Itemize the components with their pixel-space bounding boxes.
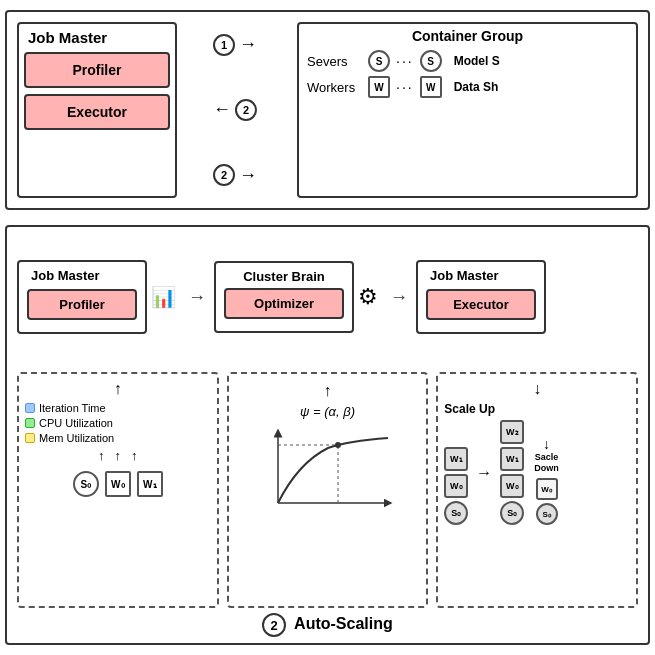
metric-dot-green [25,418,35,428]
executor-box-top: Executor [24,94,170,130]
s0-node: S₀ [73,471,99,497]
arrow-left-2a: ← [213,99,231,120]
metric-dot-blue [25,403,35,413]
model-label: Model S [454,54,500,68]
w0-scale-2: W₀ [500,474,524,498]
scale-down-label: SacleDown [534,452,559,474]
jm-profiler-title: Job Master [27,268,137,283]
metric-iteration: Iteration Time [25,402,211,414]
servers-label: Severs [307,54,362,69]
w1-scale: W₁ [444,447,468,471]
scale-col-before: W₁ W₀ S₀ [444,447,468,525]
dots-servers: ··· [396,53,414,69]
workers-label: Workers [307,80,362,95]
down-arrow-from-executor: ↓ [533,380,541,398]
worker-node-2: W [420,76,442,98]
chart-icon: 📊 [151,285,176,309]
jm-top-title: Job Master [24,29,170,46]
cluster-brain-box: Cluster Brain Optimizer [214,261,354,333]
metric-cpu: CPU Utilization [25,417,211,429]
scale-up-title: Scale Up [444,402,630,416]
scale-col-after: W₂ W₁ W₀ S₀ [500,420,524,525]
nodes-row-metrics: S₀ W₀ W₁ [25,471,211,497]
graph-equation: ψ = (α, β) [235,404,421,419]
worker-node-1: W [368,76,390,98]
job-master-top: Job Master Profiler Executor [17,22,177,198]
gear-icon: ⚙ [358,284,378,310]
chart-icon-connector: 📊 [147,285,180,309]
w1-node: W₁ [137,471,163,497]
auto-scaling-text: Auto-Scaling [294,615,393,632]
auto-scaling-label: 2 Auto-Scaling [7,613,648,637]
up-arr-2: ↑ [115,448,122,463]
arrows-top: 1 → ← 2 2 → [185,12,285,208]
bottom-boxes-row: ↑ Iteration Time CPU Utilization Mem Uti… [17,372,638,608]
w0-node: W₀ [105,471,131,497]
up-arrow-to-profiler: ↑ [114,380,122,398]
arrow-right-2b: → [239,165,257,186]
s0-scale-d: S₀ [536,503,558,525]
cg-title: Container Group [299,28,636,44]
scale-dash-box: ↓ Scale Up W₁ W₀ S₀ → W₂ W [436,372,638,608]
scale-col-down: W₀ S₀ [536,478,558,525]
circle-2b-top: 2 [213,164,235,186]
gear-icon-connector: ⚙ [354,284,382,310]
dots-workers: ··· [396,79,414,95]
circle-2a-top: 2 [235,99,257,121]
s0-scale-2: S₀ [500,501,524,525]
data-label: Data Sh [454,80,499,94]
metrics-dash-box: ↑ Iteration Time CPU Utilization Mem Uti… [17,372,219,608]
up-arr-1: ↑ [98,448,105,463]
optimizer-pink: Optimizer [224,288,344,319]
down-arrow-scale: ↓ [543,436,550,452]
scale-down-area: ↓ SacleDown W₀ S₀ [534,436,559,525]
up-arr-3: ↑ [131,448,138,463]
top-section: Job Master Profiler Executor 1 → ← 2 2 → [5,10,650,210]
server-node-1: S [368,50,390,72]
jm-executor-box: Job Master Executor [416,260,546,334]
svg-point-4 [335,442,341,448]
w2-scale: W₂ [500,420,524,444]
server-node-2: S [420,50,442,72]
scale-columns: W₁ W₀ S₀ → W₂ W₁ W₀ S₀ ↓ [444,420,630,525]
arrow-row-2a: ← 2 [213,99,257,121]
graph-dash-box: ↑ ψ = (α, β) [227,372,429,608]
w1-scale-2: W₁ [500,447,524,471]
mem-util-label: Mem Utilization [39,432,114,444]
executor-pink-bottom: Executor [426,289,536,320]
circle-2-bottom: 2 [262,613,286,637]
metric-mem: Mem Utilization [25,432,211,444]
bottom-top-row: Job Master Profiler 📊 → Cluster Brain Op… [17,237,638,357]
top-inner: Job Master Profiler Executor 1 → ← 2 2 → [7,12,648,208]
arrow-right-1: → [239,34,257,55]
bottom-inner: Job Master Profiler 📊 → Cluster Brain Op… [7,227,648,643]
graph-svg [258,423,398,513]
bottom-section: Job Master Profiler 📊 → Cluster Brain Op… [5,225,650,645]
arrow-to-executor: → [382,287,416,308]
w0-scale-d: W₀ [536,478,558,500]
up-arrow-to-optimizer: ↑ [324,382,332,400]
cluster-brain-title: Cluster Brain [224,269,344,284]
arrow-row-2b: 2 → [213,164,257,186]
metric-dot-yellow [25,433,35,443]
cpu-util-label: CPU Utilization [39,417,113,429]
container-group-top: Container Group Severs S ··· S Model S W… [297,22,638,198]
circle-1-top: 1 [213,34,235,56]
arrow-to-cluster: → [180,287,214,308]
profiler-box-top: Profiler [24,52,170,88]
jm-executor-title: Job Master [426,268,536,283]
workers-row: Workers W ··· W Data Sh [307,76,628,98]
arrow-row-1: 1 → [213,34,257,56]
profiler-pink-bottom: Profiler [27,289,137,320]
iteration-time-label: Iteration Time [39,402,106,414]
scale-arrow: → [472,464,496,482]
w0-scale-1: W₀ [444,474,468,498]
s0-scale-1: S₀ [444,501,468,525]
servers-row: Severs S ··· S Model S [307,50,628,72]
jm-profiler-box: Job Master Profiler [17,260,147,334]
